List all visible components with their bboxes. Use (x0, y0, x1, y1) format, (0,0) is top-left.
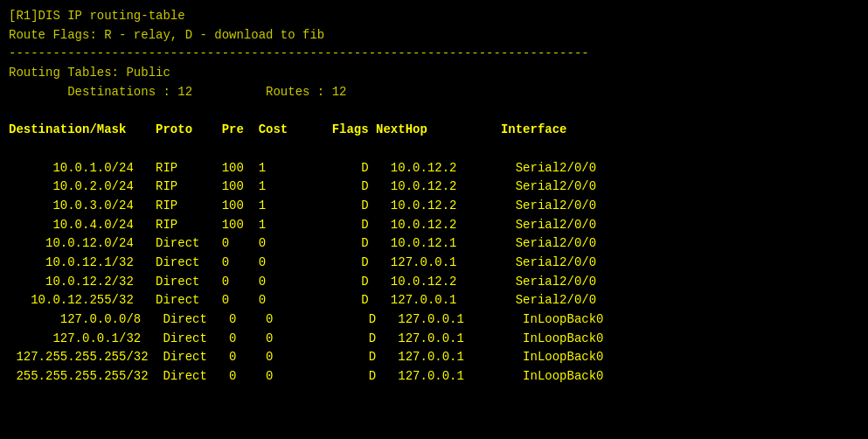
terminal-window: [R1]DIS IP routing-table Route Flags: R … (0, 0, 868, 439)
table-row: 255.255.255.255/32 Direct 0 0 D 127.0.0.… (9, 367, 859, 387)
terminal-title: [R1]DIS IP routing-table (9, 7, 859, 26)
blank-line-2 (9, 140, 859, 159)
table-row: 127.255.255.255/32 Direct 0 0 D 127.0.0.… (9, 348, 859, 367)
table-row: 10.0.4.0/24 RIP 100 1 D 10.0.12.2 Serial… (9, 216, 859, 235)
table-row: 10.0.2.0/24 RIP 100 1 D 10.0.12.2 Serial… (9, 178, 859, 197)
table-row: 10.0.12.2/32 Direct 0 0 D 10.0.12.2 Seri… (9, 273, 859, 292)
divider-line: ----------------------------------------… (9, 45, 859, 64)
table-row: 10.0.1.0/24 RIP 100 1 D 10.0.12.2 Serial… (9, 159, 859, 178)
table-row: 10.0.3.0/24 RIP 100 1 D 10.0.12.2 Serial… (9, 197, 859, 216)
table-row: 10.0.12.1/32 Direct 0 0 D 127.0.0.1 Seri… (9, 254, 859, 273)
table-row: 127.0.0.0/8 Direct 0 0 D 127.0.0.1 InLoo… (9, 310, 859, 330)
column-header: Destination/Mask Proto Pre Cost Flags Ne… (9, 121, 859, 140)
blank-line-1 (9, 101, 859, 121)
summary-line: Destinations : 12 Routes : 12 (9, 83, 859, 102)
route-flags: Route Flags: R - relay, D - download to … (9, 26, 859, 45)
routing-tables-label: Routing Tables: Public (9, 64, 859, 83)
table-row: 10.0.12.0/24 Direct 0 0 D 10.0.12.1 Seri… (9, 234, 859, 254)
table-rows: 10.0.1.0/24 RIP 100 1 D 10.0.12.2 Serial… (9, 159, 859, 387)
table-row: 127.0.0.1/32 Direct 0 0 D 127.0.0.1 InLo… (9, 330, 859, 349)
table-row: 10.0.12.255/32 Direct 0 0 D 127.0.0.1 Se… (9, 291, 859, 310)
